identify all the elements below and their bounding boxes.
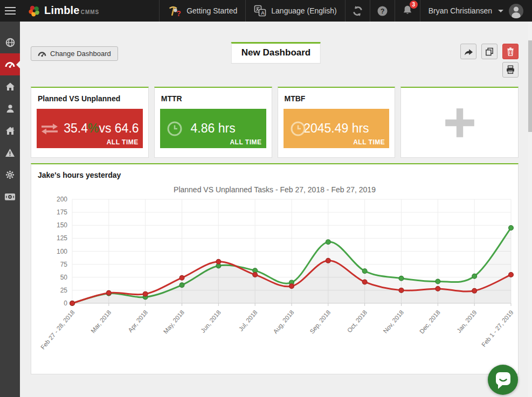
svg-text:A: A (261, 10, 265, 16)
svg-text:Aug, 2018: Aug, 2018 (272, 309, 295, 335)
kpi-timeframe-badge: ALL TIME (107, 138, 139, 146)
scrollbar-thumb[interactable] (528, 40, 532, 132)
change-dashboard-button[interactable]: Change Dashboard (31, 46, 118, 61)
kpi-panel: 4.86 hrs ALL TIME (160, 109, 266, 148)
dashboard-gauge-icon (5, 60, 15, 69)
svg-text:Jan, 2019: Jan, 2019 (455, 309, 478, 334)
kpi-timeframe-badge: ALL TIME (230, 138, 261, 146)
copy-dashboard-button[interactable] (481, 44, 498, 59)
help-icon: ? (377, 5, 388, 17)
sidebar (0, 22, 20, 397)
kpi-card-planned-vs-unplanned[interactable]: Planned VS Unplanned 35.4% vs 64.6 ALL T… (31, 87, 149, 158)
user-icon (6, 104, 15, 113)
svg-text:?: ? (176, 9, 181, 18)
exchange-arrows-icon (40, 122, 59, 135)
sidebar-item-map[interactable] (0, 31, 20, 53)
kpi-card-title: MTTR (160, 93, 266, 103)
home-icon (5, 82, 15, 91)
kpi-panel: 35.4% vs 64.6 ALL TIME (37, 109, 143, 148)
user-menu[interactable]: Bryan Christiansen (420, 0, 532, 22)
refresh-button[interactable] (345, 0, 370, 22)
getting-started-button[interactable]: ? Getting Started (159, 0, 245, 22)
share-dashboard-button[interactable] (460, 44, 476, 59)
refresh-icon (352, 5, 363, 17)
sidebar-item-settings[interactable] (0, 164, 20, 186)
svg-text:50: 50 (60, 274, 68, 281)
svg-text:Mar, 2018: Mar, 2018 (89, 309, 112, 335)
chart-widget: Jake's hours yesterday Planned VS Unplan… (31, 163, 519, 374)
language-button[interactable]: A Language (English) (245, 0, 344, 22)
svg-text:?: ? (380, 8, 384, 15)
change-dashboard-label: Change Dashboard (50, 50, 111, 58)
add-widget-card[interactable] (400, 87, 519, 158)
svg-text:Feb 27 - 28, 2018: Feb 27 - 28, 2018 (39, 309, 76, 351)
chat-smile-icon (488, 365, 518, 395)
language-label: Language (English) (271, 6, 336, 15)
house-icon (5, 126, 15, 135)
copy-icon (485, 47, 494, 57)
brand-suffix: CMMS (81, 9, 100, 15)
kpi-value-rest: vs 64.6 (99, 121, 139, 136)
sidebar-item-users[interactable] (0, 97, 20, 120)
kpi-value: 2045.49 hrs (303, 121, 369, 136)
kpi-card-title: Planned VS Unplanned (37, 93, 143, 103)
svg-text:175: 175 (57, 208, 67, 216)
svg-text:Sep, 2018: Sep, 2018 (308, 309, 331, 335)
svg-text:125: 125 (57, 234, 67, 242)
kpi-timeframe-badge: ALL TIME (353, 138, 385, 146)
kpi-card-mttr[interactable]: MTTR 4.86 hrs ALL TIME (154, 87, 272, 158)
svg-text:200: 200 (57, 196, 67, 203)
hamburger-icon[interactable] (0, 0, 20, 22)
notifications-button[interactable]: 3 (395, 0, 420, 22)
svg-text:75: 75 (60, 261, 68, 268)
main-content: Change Dashboard New Dashboard (20, 22, 532, 397)
kpi-card-title: MTBF (284, 93, 390, 103)
chat-launcher-button[interactable] (488, 365, 518, 395)
dashboard-title: New Dashboard (241, 47, 310, 58)
warning-triangle-icon (5, 148, 15, 157)
help-button[interactable]: ? (370, 0, 395, 22)
kpi-value-unit: % (88, 121, 99, 136)
plus-icon (442, 105, 478, 141)
kpi-value: 35.4% vs 64.6 (40, 121, 139, 136)
brand-logo[interactable]: Limble CMMS (28, 4, 99, 17)
notification-badge: 3 (410, 1, 418, 9)
sidebar-item-locations[interactable] (0, 120, 20, 142)
sidebar-item-home[interactable] (0, 75, 20, 97)
sidebar-item-alerts[interactable] (0, 142, 20, 164)
delete-dashboard-button[interactable] (502, 44, 519, 59)
svg-text:Nov, 2018: Nov, 2018 (382, 309, 405, 335)
svg-text:Oct, 2018: Oct, 2018 (346, 309, 368, 334)
svg-text:0: 0 (64, 300, 67, 307)
clock-icon (167, 121, 183, 137)
gear-icon (5, 170, 15, 179)
svg-text:25: 25 (60, 287, 68, 294)
limble-flower-logo (28, 4, 41, 17)
avatar-icon (508, 3, 524, 19)
trash-icon (506, 47, 515, 56)
sidebar-item-billing[interactable] (0, 186, 20, 208)
svg-text:150: 150 (57, 221, 67, 229)
translate-icon: A (254, 5, 266, 17)
dashboard-gauge-icon (38, 50, 46, 58)
chart-svg[interactable]: 0255075100125150175200Feb 27 - 28, 2018M… (31, 195, 518, 357)
chart-widget-title: Jake's hours yesterday (31, 171, 518, 179)
print-icon (506, 65, 515, 74)
dashboard-toolbar: Change Dashboard New Dashboard (20, 22, 532, 87)
dashboard-title-tab[interactable]: New Dashboard (231, 42, 321, 64)
money-bill-icon (4, 193, 16, 201)
share-icon (464, 47, 474, 56)
kpi-cards-row: Planned VS Unplanned 35.4% vs 64.6 ALL T… (31, 87, 519, 158)
sidebar-item-dashboard[interactable] (0, 53, 20, 75)
caret-down-icon (498, 10, 503, 12)
scrollbar-track[interactable] (528, 22, 532, 397)
svg-text:100: 100 (57, 248, 67, 255)
user-name: Bryan Christiansen (429, 6, 492, 15)
getting-started-label: Getting Started (186, 6, 237, 15)
svg-text:May, 2018: May, 2018 (162, 309, 185, 335)
print-dashboard-button[interactable] (502, 62, 519, 78)
kpi-card-mtbf[interactable]: MTBF 2045.49 hrs ALL TIME (278, 87, 396, 158)
chart-title: Planned VS Unplanned Tasks - Feb 27, 201… (31, 185, 518, 194)
kpi-value: 4.86 hrs (191, 121, 236, 136)
svg-text:Feb 1 - 27, 2019: Feb 1 - 27, 2019 (480, 309, 514, 348)
